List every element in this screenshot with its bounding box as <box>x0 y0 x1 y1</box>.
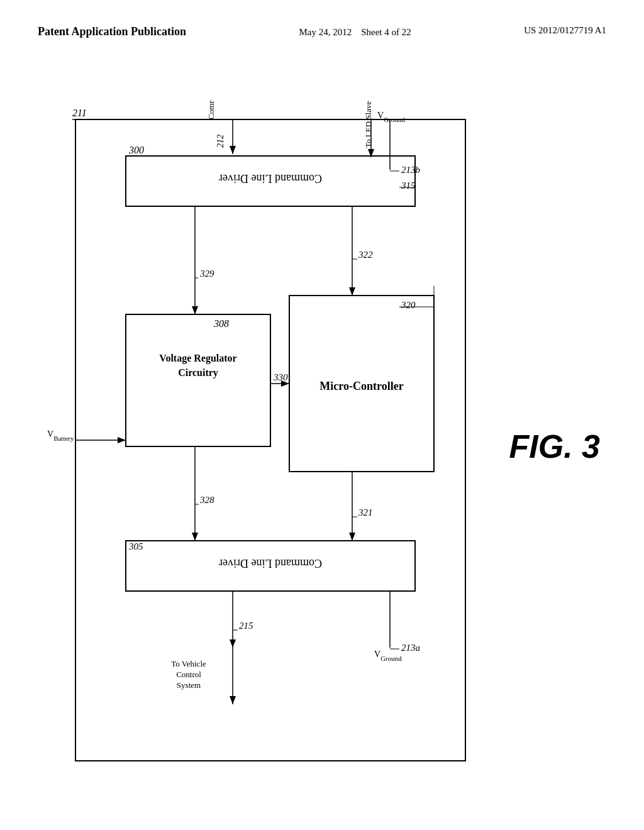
header-center: May 24, 2012 Sheet 4 of 22 <box>299 25 411 40</box>
date: May 24, 2012 <box>299 27 352 37</box>
ref-305: 305 <box>128 541 143 551</box>
ref-330: 330 <box>273 372 288 382</box>
volt-reg-text1: Voltage Regulator <box>159 353 236 364</box>
ref-329: 329 <box>199 268 214 279</box>
svg-marker-33 <box>230 639 236 648</box>
ref-215: 215 <box>239 621 253 631</box>
ref-322: 322 <box>358 250 373 260</box>
svg-rect-19 <box>126 314 270 446</box>
to-vehicle-text1: To Vehicle <box>171 659 206 668</box>
ref-328: 328 <box>199 495 214 505</box>
v-battery-label: VBattery <box>47 429 74 442</box>
to-vehicle-text2: Control <box>176 670 201 679</box>
ref-321: 321 <box>358 507 373 517</box>
ref-211: 211 <box>72 108 87 118</box>
micro-ctrl-text: Micro-Controller <box>319 380 403 392</box>
fig-label: FIG. 3 <box>509 428 600 465</box>
command-bus-label: Command Bus <box>206 101 216 119</box>
ref-213b: 213b <box>401 165 421 175</box>
svg-marker-26 <box>349 533 355 541</box>
vground-bottom-label: VGround <box>374 650 402 662</box>
volt-reg-text2: Circuitry <box>178 367 218 379</box>
svg-marker-36 <box>230 696 236 704</box>
ref-213a: 213a <box>401 643 420 653</box>
ref-308: 308 <box>213 318 229 329</box>
patent-diagram: 211 212 Command Bus To LED Slave Nodes V… <box>38 101 606 792</box>
cmd-driver-bottom-text: Command Line Driver <box>219 557 322 570</box>
svg-marker-15 <box>349 287 355 296</box>
patent-number: US 2012/0127719 A1 <box>524 25 606 36</box>
ref-212-label: 212 <box>216 135 225 148</box>
svg-marker-12 <box>192 306 198 314</box>
cmd-driver-top-text: Command Line Driver <box>219 172 322 185</box>
page-header: Patent Application Publication May 24, 2… <box>0 25 644 40</box>
publication-title: Patent Application Publication <box>38 25 186 38</box>
ref-300: 300 <box>128 145 144 155</box>
ref-320: 320 <box>401 300 416 310</box>
circuit-diagram: 211 212 Command Bus To LED Slave Nodes V… <box>38 101 553 792</box>
ref-315: 315 <box>401 180 416 191</box>
svg-marker-3 <box>230 146 236 154</box>
sheet: Sheet 4 of 22 <box>361 27 411 37</box>
svg-marker-29 <box>192 533 198 541</box>
vground-top-label: VGround <box>377 111 405 123</box>
svg-marker-18 <box>118 437 126 443</box>
to-vehicle-text3: System <box>177 680 201 690</box>
